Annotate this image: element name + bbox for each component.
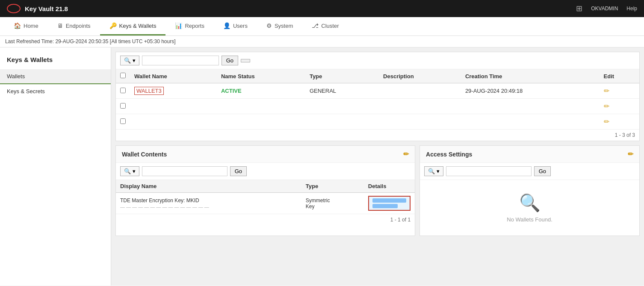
wallet-type-cell (305, 99, 379, 114)
wallet-status-cell (217, 114, 305, 130)
access-settings-edit-icon[interactable]: ✏ (628, 150, 633, 158)
home-icon: 🏠 (14, 22, 21, 29)
access-search-button[interactable]: 🔍 ▾ (424, 166, 443, 176)
details-cell (364, 193, 415, 214)
wallet-status-cell (217, 99, 305, 114)
wallets-search-button[interactable]: 🔍 ▾ (120, 56, 139, 65)
navtabs: 🏠 Home 🖥 Endpoints 🔑 Keys & Wallets 📊 Re… (0, 17, 644, 36)
app-logo (7, 4, 21, 13)
col-details: Details (364, 180, 415, 193)
wallets-panel: 🔍 ▾ Go Wallet Name Name Status Type Desc… (115, 52, 640, 141)
row-checkbox[interactable] (120, 118, 126, 124)
tab-system[interactable]: ⚙ System (257, 17, 302, 35)
wallet-type-cell: GENERAL (305, 83, 379, 99)
topbar-grid-icon: ⊞ (576, 4, 582, 13)
system-icon: ⚙ (266, 22, 272, 29)
table-row: ✏ (116, 99, 639, 114)
edit-icon[interactable]: ✏ (604, 103, 609, 110)
tab-home[interactable]: 🏠 Home (4, 17, 48, 35)
topbar-user[interactable]: OKVADMIN (591, 6, 618, 12)
wallet-contents-search-input[interactable] (142, 166, 227, 176)
wallet-status-cell: ACTIVE (217, 83, 305, 99)
wallet-type-cell (305, 114, 379, 130)
bottom-panels: Wallet Contents ✏ 🔍 ▾ Go Display Name Ty… (115, 145, 640, 236)
topbar-right: ⊞ OKVADMIN Help (576, 4, 637, 13)
access-search-input[interactable] (446, 166, 532, 176)
wallet-contents-toolbar: 🔍 ▾ Go (116, 163, 415, 180)
keys-wallets-icon: 🔑 (109, 22, 117, 29)
wallet-contents-page-info: 1 - 1 of 1 (116, 214, 415, 225)
users-icon: 👤 (223, 22, 230, 29)
wallets-extra-button[interactable] (241, 59, 250, 62)
no-results-icon: 🔍 (519, 193, 541, 213)
sidebar-item-keys-secrets[interactable]: Keys & Secrets (0, 84, 111, 98)
row-checkbox[interactable] (120, 88, 126, 93)
wallet-creation-time-cell (461, 114, 600, 130)
access-settings-toolbar: 🔍 ▾ Go (420, 163, 639, 180)
wallet-description-cell (379, 99, 461, 114)
select-all-checkbox[interactable] (120, 73, 126, 78)
col-edit: Edit (600, 69, 639, 83)
no-wallets-found: 🔍 No Wallets Found. (420, 180, 639, 236)
wallet-name-cell: WALLET3 (130, 83, 217, 99)
wallets-page-info: 1 - 3 of 3 (116, 130, 639, 141)
sidebar: Keys & Wallets Wallets Keys & Secrets (0, 47, 111, 286)
col-name-status: Name Status (217, 69, 305, 83)
wallet-creation-time-cell: 29-AUG-2024 20:49:18 (461, 83, 600, 99)
row-checkbox-cell (116, 114, 130, 130)
wallets-search-input[interactable] (142, 56, 219, 65)
wallet-edit-cell: ✏ (600, 83, 639, 99)
reports-icon: 📊 (175, 22, 182, 29)
app-title: Key Vault 21.8 (25, 5, 68, 12)
endpoints-icon: 🖥 (57, 22, 63, 29)
edit-icon[interactable]: ✏ (604, 118, 609, 125)
edit-icon[interactable]: ✏ (604, 87, 609, 94)
wallet-description-cell (379, 114, 461, 130)
wallet-contents-table: Display Name Type Details TDE Master Enc… (116, 180, 415, 214)
col-creation-time: Creation Time (461, 69, 600, 83)
wallets-go-button[interactable]: Go (222, 56, 238, 65)
tab-cluster[interactable]: ⎇ Cluster (302, 17, 348, 35)
table-row: TDE Master Encryption Key: MKID — — — — … (116, 193, 415, 214)
access-settings-panel: Access Settings ✏ 🔍 ▾ Go 🔍 No Wallets Fo… (419, 145, 640, 236)
wallet-contents-panel: Wallet Contents ✏ 🔍 ▾ Go Display Name Ty… (115, 145, 415, 236)
col-display-name: Display Name (116, 180, 301, 193)
tab-endpoints[interactable]: 🖥 Endpoints (48, 17, 100, 35)
row-checkbox[interactable] (120, 103, 126, 109)
wallet-description-cell (379, 83, 461, 99)
sidebar-title: Keys & Wallets (0, 52, 111, 69)
row-checkbox-cell (116, 99, 130, 114)
content-area: 🔍 ▾ Go Wallet Name Name Status Type Desc… (111, 47, 644, 286)
wallet-name-cell (130, 114, 217, 130)
tab-reports[interactable]: 📊 Reports (165, 17, 214, 35)
status-badge: ACTIVE (221, 88, 242, 94)
row-checkbox-cell (116, 83, 130, 99)
details-blur-row1 (372, 198, 406, 203)
wallet-edit-cell: ✏ (600, 99, 639, 114)
col-type: Type (301, 180, 364, 193)
details-blur-row2 (372, 204, 398, 208)
refresh-bar: Last Refreshed Time: 29-AUG-2024 20:50:3… (0, 36, 644, 47)
wallets-toolbar: 🔍 ▾ Go (116, 52, 639, 69)
wallet-contents-edit-icon[interactable]: ✏ (403, 150, 409, 158)
sidebar-item-wallets[interactable]: Wallets (0, 69, 111, 84)
tab-users[interactable]: 👤 Users (214, 17, 257, 35)
details-highlighted-cell (368, 196, 411, 211)
wallet-contents-search-button[interactable]: 🔍 ▾ (120, 166, 139, 176)
topbar-help[interactable]: Help (626, 6, 637, 12)
tab-keys-wallets[interactable]: 🔑 Keys & Wallets (100, 17, 166, 35)
access-settings-header: Access Settings ✏ (420, 146, 639, 163)
topbar: Key Vault 21.8 ⊞ OKVADMIN Help (0, 0, 644, 17)
wallet-contents-go-button[interactable]: Go (230, 166, 247, 176)
table-row: WALLET3 ACTIVE GENERAL 29-AUG-2024 20:49… (116, 83, 639, 99)
access-go-button[interactable]: Go (534, 166, 551, 176)
col-type: Type (305, 69, 379, 83)
wallet-edit-cell: ✏ (600, 114, 639, 130)
col-wallet-name: Wallet Name (130, 69, 217, 83)
type-cell: SymmetricKey (301, 193, 364, 214)
wallet3-link[interactable]: WALLET3 (134, 87, 164, 95)
table-row: ✏ (116, 114, 639, 130)
col-checkbox (116, 69, 130, 83)
cluster-icon: ⎇ (312, 22, 319, 29)
main-layout: Keys & Wallets Wallets Keys & Secrets 🔍 … (0, 47, 644, 286)
